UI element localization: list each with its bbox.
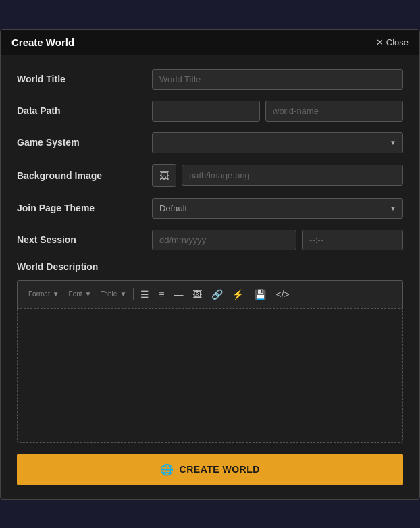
background-image-file-button[interactable]: 🖼 bbox=[152, 164, 176, 187]
background-image-controls: 🖼 bbox=[152, 164, 403, 187]
next-session-row: Next Session bbox=[17, 230, 403, 250]
data-path-row: Data Path Data/worlds/ bbox=[17, 101, 403, 122]
world-description-label: World Description bbox=[17, 261, 403, 272]
font-dropdown[interactable]: Font ▼ bbox=[65, 288, 96, 300]
ordered-list-icon: ≡ bbox=[159, 289, 164, 300]
join-page-theme-select[interactable]: Default bbox=[152, 198, 403, 219]
table-chevron: ▼ bbox=[120, 290, 126, 298]
create-world-button[interactable]: 🌐 CREATE WORLD bbox=[17, 454, 403, 485]
data-path-label: Data Path bbox=[17, 105, 152, 116]
ordered-list-button[interactable]: ≡ bbox=[155, 286, 168, 302]
join-page-theme-row: Join Page Theme Default bbox=[17, 198, 403, 219]
world-title-input[interactable] bbox=[152, 69, 403, 90]
modal-title: Create World bbox=[11, 36, 74, 48]
create-world-modal: Create World ✕ Close World Title Data Pa… bbox=[0, 29, 420, 500]
data-path-controls: Data/worlds/ bbox=[152, 101, 403, 122]
editor-toolbar: Format ▼ Font ▼ Table ▼ ☰ bbox=[17, 280, 403, 308]
source-code-icon: </> bbox=[275, 289, 289, 300]
game-system-controls bbox=[152, 132, 403, 153]
save-icon: 💾 bbox=[255, 289, 266, 300]
file-icon: 🖼 bbox=[159, 170, 169, 181]
source-code-button[interactable]: </> bbox=[271, 286, 293, 302]
special-char-icon: ⚡ bbox=[232, 289, 244, 300]
save-button[interactable]: 💾 bbox=[251, 286, 270, 302]
table-dropdown[interactable]: Table ▼ bbox=[97, 288, 131, 300]
format-label: Format bbox=[28, 290, 50, 298]
horizontal-rule-button[interactable]: — bbox=[169, 286, 187, 302]
world-title-label: World Title bbox=[17, 74, 152, 84]
close-label: Close bbox=[386, 37, 409, 47]
toolbar-row-1: Format ▼ Font ▼ Table ▼ ☰ bbox=[24, 286, 294, 302]
font-label: Font bbox=[69, 290, 82, 298]
special-char-button[interactable]: ⚡ bbox=[228, 286, 248, 302]
close-x: ✕ bbox=[376, 37, 384, 47]
table-label: Table bbox=[101, 290, 117, 298]
world-title-row: World Title bbox=[17, 69, 403, 90]
modal-body: World Title Data Path Data/worlds/ Game … bbox=[1, 55, 419, 499]
next-session-time-input[interactable] bbox=[302, 230, 403, 250]
image-button[interactable]: 🖼 bbox=[188, 286, 206, 302]
join-page-theme-wrapper: Default bbox=[152, 198, 403, 219]
next-session-date-input[interactable] bbox=[152, 230, 296, 250]
join-page-theme-label: Join Page Theme bbox=[17, 203, 152, 213]
background-image-input[interactable] bbox=[182, 165, 403, 186]
toolbar-separator-1 bbox=[133, 288, 134, 300]
link-icon: 🔗 bbox=[211, 289, 223, 300]
background-image-label: Background Image bbox=[17, 170, 152, 181]
create-world-label: CREATE WORLD bbox=[180, 464, 260, 475]
game-system-label: Game System bbox=[17, 137, 152, 148]
unordered-list-icon: ☰ bbox=[140, 289, 149, 300]
unordered-list-button[interactable]: ☰ bbox=[136, 286, 153, 302]
image-icon: 🖼 bbox=[192, 289, 202, 300]
hr-icon: — bbox=[174, 289, 183, 300]
game-system-row: Game System bbox=[17, 132, 403, 153]
editor-content[interactable] bbox=[17, 308, 403, 443]
data-path-suffix-input[interactable] bbox=[265, 101, 403, 122]
link-button[interactable]: 🔗 bbox=[207, 286, 227, 302]
modal-header: Create World ✕ Close bbox=[1, 30, 419, 55]
world-description-section: World Description Format ▼ Font ▼ Table … bbox=[17, 261, 403, 443]
next-session-label: Next Session bbox=[17, 234, 152, 245]
join-page-theme-controls: Default bbox=[152, 198, 403, 219]
format-dropdown[interactable]: Format ▼ bbox=[24, 288, 63, 300]
game-system-wrapper bbox=[152, 132, 403, 153]
background-image-row: Background Image 🖼 bbox=[17, 164, 403, 187]
next-session-controls bbox=[152, 230, 403, 250]
world-title-controls bbox=[152, 69, 403, 90]
font-chevron: ▼ bbox=[85, 290, 92, 298]
format-chevron: ▼ bbox=[53, 290, 59, 298]
game-system-select[interactable] bbox=[152, 132, 403, 153]
data-path-prefix-input[interactable]: Data/worlds/ bbox=[152, 101, 260, 122]
globe-icon: 🌐 bbox=[160, 463, 174, 476]
close-button[interactable]: ✕ Close bbox=[376, 37, 409, 47]
